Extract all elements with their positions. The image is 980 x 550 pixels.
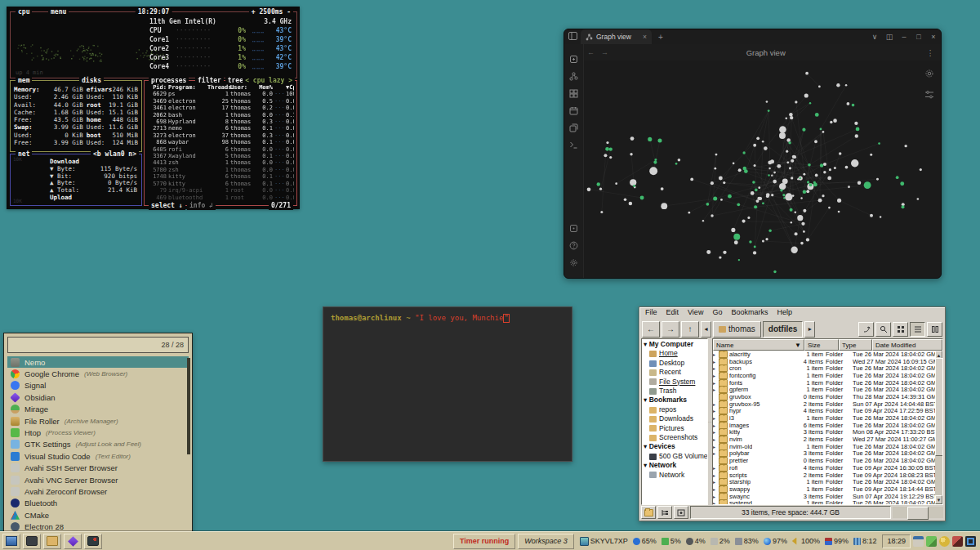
column-header-size[interactable]: Size — [804, 339, 839, 351]
new-tab-button[interactable] — [858, 322, 874, 337]
file-manager-window[interactable]: FileEditViewGoBookmarksHelp ← → ↑ ◂ thom… — [639, 306, 946, 521]
file-row[interactable]: ▸swappy1 itemFolderTue 09 Apr 2024 18:14… — [713, 485, 935, 493]
expander-icon[interactable]: ▸ — [713, 415, 717, 421]
process-row[interactable]: 698Hyprland8thomas0.3····0.0 — [147, 118, 294, 125]
tray-red-app-icon[interactable] — [952, 536, 963, 547]
menu-item-mirage[interactable]: Mirage — [7, 404, 189, 415]
process-row[interactable]: 3461electron17thomas0.2····0.0 — [147, 105, 294, 111]
breadcrumb-scroll-left-button[interactable]: ◂ — [701, 321, 711, 338]
file-row[interactable]: ▸scripts2 itemsFolderTue 09 Apr 2024 18:… — [713, 472, 935, 479]
graph-settings-icon[interactable] — [924, 69, 934, 78]
process-row[interactable]: 5770kitty6thomas0.1····0.0 — [147, 181, 294, 187]
tray-window-icon[interactable] — [913, 536, 924, 547]
process-row[interactable]: 3273electron37thomas0.3····0.0 — [147, 132, 294, 139]
sidebar-item-repos[interactable]: repos — [644, 405, 707, 414]
tray-keys-icon[interactable] — [939, 536, 950, 547]
scroll-down-icon[interactable]: ▼ — [935, 495, 942, 504]
back-icon[interactable]: ← — [584, 48, 598, 56]
timer-status-button[interactable]: Timer running — [453, 534, 515, 549]
breadcrumb-current[interactable]: dotfiles — [763, 321, 804, 338]
daily-note-icon[interactable] — [569, 106, 578, 115]
expander-icon[interactable]: ▸ — [713, 479, 717, 485]
process-row[interactable]: 6629ps1thomas0.0····100 — [147, 91, 294, 97]
process-row[interactable]: 868waybar98thomas0.1····0.0 — [147, 139, 294, 145]
menu-help[interactable]: Help — [773, 308, 796, 319]
expander-icon[interactable]: ▸ — [713, 465, 717, 471]
tray-display-icon[interactable] — [965, 536, 976, 547]
graph-filters-icon[interactable] — [924, 90, 934, 100]
menu-item-bluetooth[interactable]: Bluetooth — [7, 498, 189, 509]
file-row[interactable]: ▸nvim2 itemsFolderWed 27 Mar 2024 11:00:… — [713, 436, 935, 443]
stat-netgraph[interactable]: 8:12 — [853, 537, 877, 545]
process-row[interactable]: 4413zsh1thomas0.0····0.0 — [147, 159, 294, 166]
menu-scrollbar[interactable] — [187, 358, 190, 454]
stat-disk[interactable]: 83% — [735, 537, 759, 545]
hscrollbar-thumb[interactable] — [907, 507, 929, 520]
expander-icon[interactable]: ▸ — [713, 380, 717, 386]
process-row[interactable]: 469bluetoothd1root0.0····0.0 — [147, 195, 294, 201]
menu-bookmarks[interactable]: Bookmarks — [727, 308, 772, 319]
expander-icon[interactable]: ▸ — [713, 436, 717, 442]
sidebar-item-home[interactable]: Home — [644, 349, 707, 358]
obsidian-titlebar[interactable]: Graph view × + ∨ ◫ – □ × — [564, 29, 941, 44]
more-options-icon[interactable]: ⋮ — [920, 48, 942, 57]
tab-menu[interactable]: menu — [48, 7, 69, 16]
expander-icon[interactable]: ▸ — [713, 401, 717, 407]
workspace-indicator[interactable]: Workspace 3 — [518, 534, 574, 549]
terminal-icon[interactable] — [569, 141, 578, 150]
column-header-type[interactable]: Type — [839, 339, 872, 351]
app-launcher-menu[interactable]: 28 / 28 NemoGoogle Chrome(Web Browser)Si… — [3, 333, 193, 533]
scrollbar-thumb[interactable] — [935, 358, 943, 456]
menu-file[interactable]: File — [641, 308, 662, 319]
sidebar-section-bookmarks[interactable]: ▾ Bookmarks — [644, 396, 707, 405]
forward-icon[interactable]: → — [598, 48, 612, 56]
sidebar-section-devices[interactable]: ▾ Devices — [644, 442, 707, 451]
expander-icon[interactable]: ▸ — [713, 365, 717, 371]
tab-close-icon[interactable]: × — [643, 33, 647, 41]
directory-tree-button[interactable] — [657, 506, 672, 519]
file-row[interactable]: ▸polybar3 itemsFolderTue 26 Mar 2024 18:… — [713, 450, 935, 458]
stat-globe[interactable]: 97% — [764, 537, 787, 545]
close-button[interactable]: × — [926, 33, 941, 41]
terminal-window[interactable]: thomas@archlinux ~ "I love you, Munchie" — [323, 306, 572, 462]
file-row[interactable]: ▸fontconfig1 itemFolderTue 26 Mar 2024 1… — [713, 372, 935, 379]
file-row[interactable]: ▸nvim-old1 itemFolderTue 26 Mar 2024 18:… — [713, 443, 935, 450]
menu-item-visual-studio-code[interactable]: Visual Studio Code(Text Editor) — [7, 450, 189, 462]
process-row[interactable]: 1748kitty6thomas0.1····0.0 — [147, 173, 294, 180]
graph-canvas-area[interactable] — [584, 60, 941, 278]
expander-icon[interactable]: ▸ — [713, 387, 717, 392]
file-row[interactable]: prettier0 itemsFolderTue 26 Mar 2024 18:… — [713, 457, 935, 464]
system-monitor-window[interactable]: cpu menu 18:29:07 + 2500ms - up 4 min 11… — [7, 7, 300, 209]
menu-item-nemo[interactable]: Nemo — [7, 356, 189, 368]
sidebar-item-network[interactable]: Network — [644, 471, 707, 480]
stat-fan[interactable]: 4% — [686, 537, 706, 545]
computer-launcher-button[interactable] — [2, 534, 20, 549]
vertical-scrollbar[interactable]: ▲ ▼ — [935, 351, 942, 504]
file-row[interactable]: ▸alacritty1 itemFolderTue 26 Mar 2024 18… — [713, 351, 935, 358]
file-row[interactable]: ▸hypr4 itemsFolderTue 09 Apr 2024 17:22:… — [713, 408, 935, 415]
breadcrumb-home[interactable]: thomas — [713, 321, 761, 338]
stat-gpu[interactable]: 99% — [825, 537, 849, 545]
process-row[interactable]: 79irq/9-acpi1root0.0····0.0 — [147, 187, 294, 194]
obsidian-window[interactable]: Graph view × + ∨ ◫ – □ × — [564, 29, 942, 279]
settings-icon[interactable] — [569, 258, 578, 267]
expander-icon[interactable]: ▸ — [713, 408, 717, 414]
places-pane-button[interactable] — [641, 506, 656, 519]
column-header-name[interactable]: Name▼ — [713, 339, 804, 351]
menu-item-avahi-ssh-server-browser[interactable]: Avahi SSH Server Browser — [7, 463, 189, 474]
sidebar-item-500-gb-volume[interactable]: 500 GB Volume — [644, 452, 707, 461]
process-row[interactable]: 3469electron25thomas0.5····0.0 — [147, 98, 294, 105]
process-row[interactable]: 2062bash1thomas0.0····0.3 — [147, 112, 294, 118]
new-tab-button[interactable]: + — [652, 33, 670, 42]
left-sidebar-toggle-icon[interactable] — [564, 32, 581, 42]
process-row[interactable]: 6405rofi6thomas0.0····0.0 — [147, 146, 294, 153]
menu-item-file-roller[interactable]: File Roller(Archive Manager) — [7, 415, 189, 427]
menu-item-signal[interactable]: Signal — [7, 380, 189, 391]
refresh-interval-control[interactable]: + 2500ms - — [249, 7, 293, 16]
menu-item-google-chrome[interactable]: Google Chrome(Web Browser) — [7, 368, 189, 379]
sidebar-item-screenshots[interactable]: Screenshots — [644, 433, 707, 442]
sidebar-item-trash[interactable]: Trash — [644, 387, 707, 396]
tab-list-icon[interactable]: ∨ — [867, 33, 882, 41]
minimize-button[interactable]: – — [897, 33, 911, 41]
expander-icon[interactable]: ▸ — [713, 500, 717, 504]
